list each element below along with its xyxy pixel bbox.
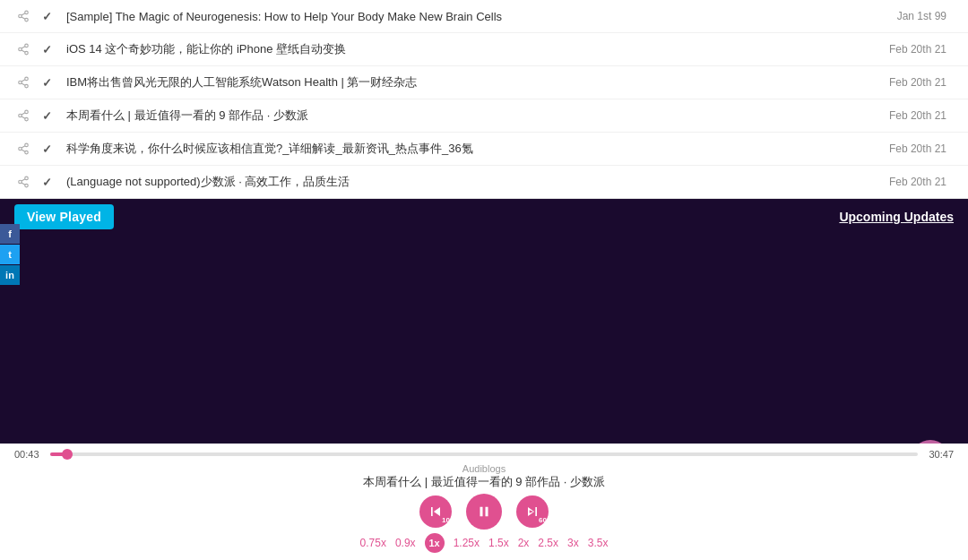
speed-option-3.5x[interactable]: 3.5x <box>588 537 609 549</box>
svg-line-23 <box>22 150 25 151</box>
view-played-button[interactable]: View Played <box>14 204 114 229</box>
svg-point-21 <box>19 147 22 151</box>
episode-title-5[interactable]: (Language not supported)少数派 · 高效工作，品质生活 <box>57 174 889 190</box>
svg-point-1 <box>19 14 22 18</box>
svg-point-26 <box>19 180 22 184</box>
speed-option-3x[interactable]: 3x <box>567 537 579 549</box>
progress-track[interactable] <box>50 452 918 456</box>
check-icon-1: ✓ <box>36 40 57 58</box>
share-icon-5[interactable] <box>14 173 32 191</box>
player-bar: 00:43 30:47 Audiblogs 本周看什么 | 最近值得一看的 9 … <box>0 444 968 560</box>
svg-line-29 <box>22 179 25 181</box>
action-bar: View Played Upcoming Updates <box>0 199 968 235</box>
check-icon-4: ✓ <box>36 140 57 158</box>
episode-row: ✓ 科学角度来说，你什么时候应该相信直觉?_详细解读_最新资讯_热点事件_36氪… <box>0 133 968 166</box>
speed-option-2.5x[interactable]: 2.5x <box>538 537 558 549</box>
check-icon-5: ✓ <box>36 173 57 191</box>
episode-title-2[interactable]: IBM将出售曾风光无限的人工智能系统Watson Health | 第一财经杂志 <box>57 74 889 90</box>
svg-point-0 <box>25 11 29 13</box>
share-icon-2[interactable] <box>14 73 32 91</box>
share-icon-3[interactable] <box>14 107 32 125</box>
svg-line-4 <box>22 13 25 15</box>
current-time: 00:43 <box>14 449 43 460</box>
episode-title-3[interactable]: 本周看什么 | 最近值得一看的 9 部作品 · 少数派 <box>57 108 889 124</box>
episode-date-1: Feb 20th 21 <box>889 43 954 56</box>
speed-option-1.5x[interactable]: 1.5x <box>488 537 509 549</box>
svg-point-20 <box>25 143 29 147</box>
check-icon-0: ✓ <box>36 7 57 25</box>
svg-line-28 <box>22 183 25 185</box>
episode-row: ✓ (Language not supported)少数派 · 高效工作，品质生… <box>0 166 968 198</box>
skip-back-label: 10 <box>442 516 450 524</box>
total-time: 30:47 <box>925 449 954 460</box>
skip-back-button[interactable]: 10 <box>419 495 452 528</box>
svg-line-14 <box>22 80 25 82</box>
svg-point-7 <box>25 51 29 55</box>
svg-point-2 <box>25 18 29 22</box>
social-sidebar: f t in <box>0 224 20 286</box>
player-meta: Audiblogs 本周看什么 | 最近值得一看的 9 部作品 · 少数派 <box>14 463 954 490</box>
skip-forward-button[interactable]: 60 <box>516 495 549 528</box>
svg-point-5 <box>25 44 29 47</box>
episode-row: ✓ [Sample] The Magic of Neurogenesis: Ho… <box>0 0 968 33</box>
episode-title-4[interactable]: 科学角度来说，你什么时候应该相信直觉?_详细解读_最新资讯_热点事件_36氪 <box>57 141 889 157</box>
facebook-icon[interactable]: f <box>0 224 20 244</box>
svg-point-17 <box>25 117 29 121</box>
upcoming-updates-link[interactable]: Upcoming Updates <box>839 210 954 224</box>
share-icon-4[interactable] <box>14 140 32 158</box>
svg-line-3 <box>22 17 25 19</box>
player-controls: 10 60 <box>14 494 954 530</box>
svg-point-25 <box>25 177 29 180</box>
svg-line-19 <box>22 113 25 115</box>
episode-date-2: Feb 20th 21 <box>889 76 954 89</box>
speed-row: 0.75x0.9x1x1.25x1.5x2x2.5x3x3.5x <box>14 533 954 553</box>
twitter-icon[interactable]: t <box>0 245 20 264</box>
svg-line-8 <box>22 50 25 52</box>
episode-date-4: Feb 20th 21 <box>889 142 954 155</box>
svg-line-9 <box>22 47 25 48</box>
svg-point-16 <box>19 114 22 117</box>
svg-point-15 <box>25 110 29 114</box>
share-icon-1[interactable] <box>14 40 32 58</box>
share-icon-0[interactable] <box>14 7 32 25</box>
svg-line-24 <box>22 146 25 148</box>
episode-date-3: Feb 20th 21 <box>889 109 954 122</box>
episode-list: ✓ [Sample] The Magic of Neurogenesis: Ho… <box>0 0 968 199</box>
svg-point-27 <box>25 184 29 187</box>
svg-point-22 <box>25 151 29 154</box>
player-episode-title: 本周看什么 | 最近值得一看的 9 部作品 · 少数派 <box>14 474 954 490</box>
svg-line-18 <box>22 116 25 118</box>
linkedin-icon[interactable]: in <box>0 265 20 285</box>
episode-date-5: Feb 20th 21 <box>889 176 954 188</box>
speed-option-1x[interactable]: 1x <box>425 533 445 553</box>
svg-point-11 <box>19 81 22 84</box>
svg-line-13 <box>22 83 25 85</box>
episode-date-0: Jan 1st 99 <box>897 10 954 22</box>
svg-point-10 <box>25 77 29 81</box>
pause-button[interactable] <box>466 494 502 530</box>
main-content-area <box>0 233 968 472</box>
progress-thumb[interactable] <box>62 449 73 460</box>
speed-option-0.9x[interactable]: 0.9x <box>395 537 416 549</box>
speed-option-1.25x[interactable]: 1.25x <box>454 537 480 549</box>
svg-point-12 <box>25 84 29 88</box>
check-icon-2: ✓ <box>36 73 57 91</box>
speed-option-2x[interactable]: 2x <box>518 537 530 549</box>
speed-option-0.75x[interactable]: 0.75x <box>360 537 386 549</box>
skip-forward-label: 60 <box>539 516 547 524</box>
svg-point-6 <box>19 47 22 51</box>
episode-title-0[interactable]: [Sample] The Magic of Neurogenesis: How … <box>57 10 897 23</box>
episode-row: ✓ iOS 14 这个奇妙功能，能让你的 iPhone 壁纸自动变换 Feb 2… <box>0 33 968 66</box>
player-app-name: Audiblogs <box>14 463 954 474</box>
check-icon-3: ✓ <box>36 107 57 125</box>
episode-title-1[interactable]: iOS 14 这个奇妙功能，能让你的 iPhone 壁纸自动变换 <box>57 41 889 57</box>
progress-row: 00:43 30:47 <box>14 449 954 460</box>
episode-row: ✓ IBM将出售曾风光无限的人工智能系统Watson Health | 第一财经… <box>0 66 968 99</box>
episode-row: ✓ 本周看什么 | 最近值得一看的 9 部作品 · 少数派 Feb 20th 2… <box>0 99 968 133</box>
